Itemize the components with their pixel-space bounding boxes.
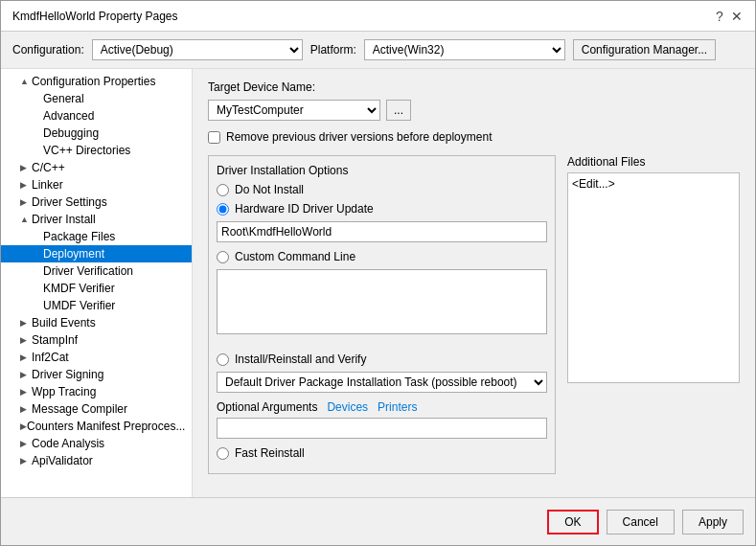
- sidebar-label-vc-dirs: VC++ Directories: [43, 144, 130, 157]
- sidebar-label-debugging: Debugging: [43, 126, 99, 140]
- hw-id-radio[interactable]: [217, 203, 229, 216]
- driver-install-group: Driver Installation Options Do Not Insta…: [208, 155, 556, 474]
- title-bar: KmdfHelloWorld Property Pages ? ✕: [1, 1, 755, 32]
- cancel-button[interactable]: Cancel: [607, 510, 675, 535]
- remove-previous-label: Remove previous driver versions before d…: [226, 130, 492, 144]
- sidebar-label-driver-verification: Driver Verification: [43, 264, 133, 278]
- sidebar-item-wpp-tracing[interactable]: ▶Wpp Tracing: [1, 383, 192, 400]
- custom-command-radio[interactable]: [217, 251, 229, 263]
- additional-files-label: Additional Files: [567, 155, 740, 169]
- ok-button[interactable]: OK: [547, 510, 598, 535]
- sidebar-label-driver-install: Driver Install: [32, 213, 96, 226]
- sidebar-label-build-events: Build Events: [32, 316, 96, 330]
- do-not-install-label: Do Not Install: [235, 183, 304, 196]
- reinstall-section: Install/Reinstall and Verify Default Dri…: [217, 353, 547, 446]
- custom-command-label: Custom Command Line: [235, 250, 355, 263]
- sidebar-item-build-events[interactable]: ▶Build Events: [1, 314, 192, 331]
- sidebar-item-driver-install[interactable]: ▲Driver Install: [1, 211, 192, 228]
- sidebar-label-code-analysis: Code Analysis: [32, 437, 104, 450]
- printers-link[interactable]: Printers: [378, 400, 417, 414]
- dialog-title: KmdfHelloWorld Property Pages: [12, 10, 178, 23]
- browse-button[interactable]: ...: [386, 100, 411, 121]
- help-button[interactable]: ?: [713, 10, 726, 23]
- hw-id-input[interactable]: [217, 221, 547, 242]
- sidebar-label-advanced: Advanced: [43, 109, 94, 123]
- additional-files-box[interactable]: <Edit...>: [567, 172, 740, 383]
- driver-install-label: Driver Installation Options: [217, 164, 547, 177]
- sidebar-item-api-validator[interactable]: ▶ApiValidator: [1, 452, 192, 469]
- sidebar-label-wpp-tracing: Wpp Tracing: [32, 385, 96, 398]
- bottom-bar: OK Cancel Apply: [1, 497, 755, 545]
- sidebar-item-umdf-verifier[interactable]: UMDF Verifier: [1, 297, 192, 314]
- content-columns: Driver Installation Options Do Not Insta…: [208, 155, 740, 474]
- left-column: Driver Installation Options Do Not Insta…: [208, 155, 556, 474]
- sidebar: ▲Configuration PropertiesGeneralAdvanced…: [1, 69, 193, 497]
- right-column: Additional Files <Edit...>: [567, 155, 740, 474]
- content-area: Target Device Name: MyTestComputer ... R…: [193, 69, 755, 497]
- toolbar: Configuration: Active(Debug) Platform: A…: [1, 32, 755, 69]
- sidebar-item-config-props[interactable]: ▲Configuration Properties: [1, 73, 192, 90]
- sidebar-item-code-analysis[interactable]: ▶Code Analysis: [1, 435, 192, 452]
- target-device-row: MyTestComputer ...: [208, 100, 740, 121]
- target-device-label: Target Device Name:: [208, 80, 740, 94]
- sidebar-item-advanced[interactable]: Advanced: [1, 107, 192, 125]
- sidebar-label-api-validator: ApiValidator: [32, 454, 93, 467]
- edit-placeholder: <Edit...>: [572, 177, 615, 191]
- sidebar-label-inf2cat: Inf2Cat: [32, 351, 69, 364]
- do-not-install-radio[interactable]: [217, 184, 229, 196]
- custom-command-textarea[interactable]: [217, 269, 547, 334]
- sidebar-item-linker[interactable]: ▶Linker: [1, 176, 192, 193]
- sidebar-label-linker: Linker: [32, 178, 63, 192]
- sidebar-label-stampinf: StampInf: [32, 333, 78, 347]
- dialog: KmdfHelloWorld Property Pages ? ✕ Config…: [0, 0, 756, 546]
- sidebar-label-umdf-verifier: UMDF Verifier: [43, 299, 115, 312]
- config-select[interactable]: Active(Debug): [92, 39, 303, 60]
- sidebar-label-counters-manifest: Counters Manifest Preproces...: [27, 420, 185, 433]
- sidebar-label-deployment: Deployment: [43, 247, 104, 261]
- sidebar-item-driver-settings[interactable]: ▶Driver Settings: [1, 193, 192, 211]
- sidebar-item-counters-manifest[interactable]: ▶Counters Manifest Preproces...: [1, 418, 192, 435]
- title-controls: ? ✕: [713, 10, 744, 23]
- sidebar-label-message-compiler: Message Compiler: [32, 402, 127, 416]
- sidebar-item-driver-verification[interactable]: Driver Verification: [1, 262, 192, 280]
- target-device-select[interactable]: MyTestComputer: [208, 100, 380, 121]
- optional-args-input[interactable]: [217, 418, 547, 439]
- config-manager-button[interactable]: Configuration Manager...: [573, 39, 716, 60]
- sidebar-item-debugging[interactable]: Debugging: [1, 125, 192, 142]
- reinstall-select[interactable]: Default Driver Package Installation Task…: [217, 372, 547, 393]
- do-not-install-row: Do Not Install: [217, 183, 547, 196]
- custom-command-row: Custom Command Line: [217, 250, 547, 263]
- close-button[interactable]: ✕: [730, 10, 744, 23]
- remove-previous-checkbox[interactable]: [208, 131, 220, 144]
- sidebar-item-driver-signing[interactable]: ▶Driver Signing: [1, 366, 192, 383]
- platform-select[interactable]: Active(Win32): [364, 39, 565, 60]
- sidebar-item-package-files[interactable]: Package Files: [1, 228, 192, 245]
- hw-id-row: Hardware ID Driver Update: [217, 202, 547, 216]
- sidebar-item-cpp[interactable]: ▶C/C++: [1, 159, 192, 176]
- sidebar-item-message-compiler[interactable]: ▶Message Compiler: [1, 400, 192, 418]
- devices-link[interactable]: Devices: [327, 400, 368, 414]
- fast-reinstall-row: Fast Reinstall: [217, 446, 547, 460]
- sidebar-item-general[interactable]: General: [1, 90, 192, 107]
- sidebar-item-deployment[interactable]: Deployment: [1, 245, 192, 262]
- sidebar-label-package-files: Package Files: [43, 230, 115, 243]
- fast-reinstall-radio[interactable]: [217, 447, 229, 460]
- sidebar-item-kmdf-verifier[interactable]: KMDF Verifier: [1, 280, 192, 297]
- main-area: ▲Configuration PropertiesGeneralAdvanced…: [1, 69, 755, 497]
- sidebar-item-vc-dirs[interactable]: VC++ Directories: [1, 142, 192, 159]
- config-label: Configuration:: [12, 43, 84, 57]
- sidebar-label-config-props: Configuration Properties: [32, 75, 155, 88]
- reinstall-radio[interactable]: [217, 353, 229, 366]
- sidebar-label-driver-settings: Driver Settings: [32, 195, 107, 209]
- sidebar-item-inf2cat[interactable]: ▶Inf2Cat: [1, 349, 192, 366]
- optional-args-label: Optional Arguments: [217, 400, 317, 414]
- reinstall-row: Install/Reinstall and Verify: [217, 353, 547, 366]
- sidebar-label-driver-signing: Driver Signing: [32, 368, 103, 381]
- sidebar-item-stampinf[interactable]: ▶StampInf: [1, 331, 192, 349]
- fast-reinstall-label: Fast Reinstall: [235, 446, 305, 460]
- hw-id-label: Hardware ID Driver Update: [235, 202, 374, 216]
- optional-args-row: Optional Arguments Devices Printers: [217, 400, 547, 414]
- sidebar-label-cpp: C/C++: [32, 161, 65, 174]
- apply-button[interactable]: Apply: [682, 510, 744, 535]
- platform-label: Platform:: [310, 43, 356, 57]
